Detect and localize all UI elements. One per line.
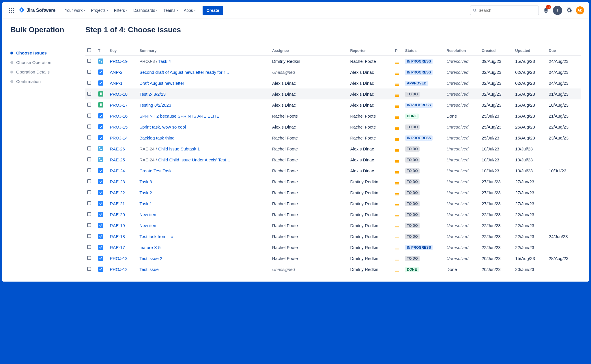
column-header-t[interactable]: T [96, 46, 108, 56]
summary-link[interactable]: SPRINT 2 because SPRINTS ARE ELITE [139, 114, 219, 118]
step-operation-details[interactable]: Operation Details [10, 67, 74, 77]
summary-link[interactable]: Test issue 2 [139, 256, 162, 261]
user-avatar[interactable]: AD [576, 6, 584, 14]
row-checkbox[interactable] [87, 245, 91, 249]
issue-key-link[interactable]: PROJ-18 [110, 92, 128, 97]
row-checkbox[interactable] [87, 223, 91, 227]
issue-key-link[interactable]: PROJ-12 [110, 267, 128, 272]
issue-key-link[interactable]: RAE-26 [110, 146, 125, 151]
nav-item-teams[interactable]: Teams▾ [161, 6, 180, 14]
row-checkbox[interactable] [87, 92, 91, 96]
issue-key-link[interactable]: RAE-19 [110, 223, 125, 228]
product-logo[interactable]: Jira Software [18, 7, 55, 14]
summary-link[interactable]: Child Child Issue Under Alexis' Test… [158, 157, 230, 162]
row-checkbox[interactable] [87, 234, 91, 238]
summary-link[interactable]: Second draft of August newsletter ready … [139, 70, 229, 75]
summary-link[interactable]: New item [139, 223, 158, 228]
search-input[interactable] [479, 8, 536, 13]
created-date: 25/Jul/23 [482, 135, 499, 140]
summary-link[interactable]: Task 2 [139, 190, 152, 195]
issue-key-link[interactable]: RAE-23 [110, 179, 125, 184]
column-header-status[interactable]: Status [403, 46, 445, 56]
column-header-updated[interactable]: Updated [513, 46, 547, 56]
resolution: Unresolved [446, 201, 468, 206]
column-header-key[interactable]: Key [108, 46, 138, 56]
issue-key-link[interactable]: RAE-21 [110, 201, 125, 206]
row-checkbox[interactable] [87, 135, 91, 139]
nav-item-your-work[interactable]: Your work▾ [62, 6, 87, 14]
notifications-icon[interactable]: 9+ [541, 6, 551, 15]
issue-key-link[interactable]: RAE-22 [110, 190, 125, 195]
issue-key-link[interactable]: PROJ-19 [110, 59, 128, 64]
row-checkbox[interactable] [87, 179, 91, 183]
row-checkbox[interactable] [87, 146, 91, 150]
row-checkbox[interactable] [87, 70, 91, 74]
summary-link[interactable]: Test task from jira [139, 234, 173, 239]
row-checkbox[interactable] [87, 256, 91, 260]
column-header-summary[interactable]: Summary [138, 46, 270, 56]
create-button[interactable]: Create [203, 6, 223, 15]
summary-link[interactable]: Task 3 [139, 179, 152, 184]
reporter: Rachel Foote [350, 59, 376, 64]
row-checkbox[interactable] [87, 190, 91, 194]
issue-key-link[interactable]: PROJ-14 [110, 135, 128, 140]
issue-key-link[interactable]: RAE-25 [110, 157, 125, 162]
priority-medium-icon [395, 95, 399, 97]
issue-key-link[interactable]: PROJ-16 [110, 114, 128, 118]
summary-link[interactable]: Create Test Task [139, 168, 171, 173]
issue-key-link[interactable]: RAE-17 [110, 245, 125, 250]
summary-link[interactable]: Task 4 [158, 59, 171, 64]
row-checkbox[interactable] [87, 201, 91, 205]
app-switcher-icon[interactable] [7, 6, 16, 15]
row-checkbox[interactable] [87, 157, 91, 161]
nav-item-apps[interactable]: Apps▾ [182, 6, 198, 14]
summary-link[interactable]: Backlog task thing [139, 135, 175, 140]
select-all-checkbox[interactable] [87, 48, 91, 52]
status-badge: TO DO [405, 234, 420, 239]
step-confirmation[interactable]: Confirmation [10, 77, 74, 86]
summary-link[interactable]: feature X 5 [139, 245, 160, 250]
column-header-due[interactable]: Due [547, 46, 581, 56]
column-header-assignee[interactable]: Assignee [270, 46, 348, 56]
summary-link[interactable]: Sprint task, wow so cool [139, 125, 186, 129]
issue-key-link[interactable]: PROJ-15 [110, 125, 128, 129]
nav-item-dashboards[interactable]: Dashboards▾ [131, 6, 160, 14]
summary-link[interactable]: Draft August newsletter [139, 81, 184, 86]
column-header-p[interactable]: P [393, 46, 403, 56]
row-checkbox[interactable] [87, 267, 91, 271]
nav-item-filters[interactable]: Filters▾ [112, 6, 130, 14]
row-checkbox[interactable] [87, 103, 91, 107]
row-checkbox[interactable] [87, 168, 91, 172]
row-checkbox[interactable] [87, 81, 91, 85]
summary-link[interactable]: Testing 8/2/2023 [139, 103, 171, 107]
issue-key-link[interactable]: RAE-20 [110, 212, 125, 217]
column-header-resolution[interactable]: Resolution [445, 46, 480, 56]
issue-key-link[interactable]: ANP-1 [110, 81, 122, 86]
settings-icon[interactable] [564, 6, 574, 15]
issue-key-link[interactable]: PROJ-17 [110, 103, 128, 107]
help-icon[interactable]: ? [553, 6, 562, 15]
search-box[interactable] [470, 5, 539, 15]
updated-date: 10/Jul/23 [515, 168, 533, 173]
column-header-created[interactable]: Created [480, 46, 513, 56]
column-header-reporter[interactable]: Reporter [348, 46, 393, 56]
reporter: Dmitriy Redkin [350, 234, 378, 239]
summary-link[interactable]: Test issue [139, 267, 159, 272]
issue-key-link[interactable]: RAE-18 [110, 234, 125, 239]
issue-type-story-icon [98, 102, 103, 107]
step-choose-operation[interactable]: Choose Operation [10, 58, 74, 67]
priority-medium-icon [395, 215, 399, 217]
nav-item-projects[interactable]: Projects▾ [89, 6, 111, 14]
summary-link[interactable]: Test 2- 8/2/23 [139, 92, 166, 97]
row-checkbox[interactable] [87, 212, 91, 216]
row-checkbox[interactable] [87, 125, 91, 129]
summary-link[interactable]: New item [139, 212, 158, 217]
summary-link[interactable]: Child issue Subtask 1 [158, 146, 200, 151]
issue-key-link[interactable]: RAE-24 [110, 168, 125, 173]
row-checkbox[interactable] [87, 59, 91, 63]
due-date: 04/Aug/23 [549, 81, 568, 86]
summary-link[interactable]: Task 1 [139, 201, 152, 206]
issue-key-link[interactable]: PROJ-13 [110, 256, 128, 261]
row-checkbox[interactable] [87, 114, 91, 118]
issue-key-link[interactable]: ANP-2 [110, 70, 122, 75]
